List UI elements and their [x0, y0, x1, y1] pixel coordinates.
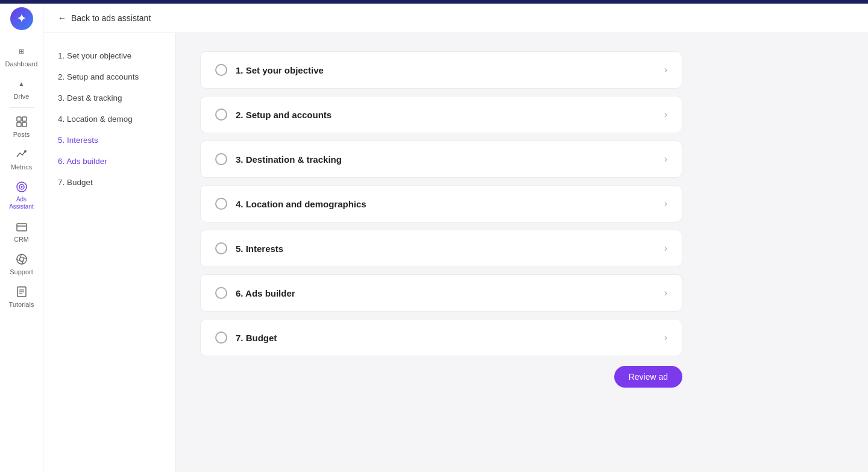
- step-circle-3: [215, 153, 227, 165]
- step-left-7: 7. Budget: [215, 332, 277, 344]
- left-panel-item-ads-builder[interactable]: 6. Ads builder: [53, 151, 166, 172]
- review-ad-button[interactable]: Review ad: [614, 366, 682, 388]
- step-item-3[interactable]: 3. Destination & tracking ›: [200, 140, 682, 178]
- step-left-6: 6. Ads builder: [215, 287, 295, 299]
- step-chevron-4: ›: [664, 198, 667, 209]
- content-area: 1. Set your objective 2. Setup and accou…: [43, 33, 868, 472]
- step-chevron-7: ›: [664, 332, 667, 343]
- svg-point-11: [19, 257, 24, 262]
- step-label-6: 6. Ads builder: [236, 288, 295, 298]
- left-panel-item-budget[interactable]: 7. Budget: [53, 172, 166, 193]
- app-logo[interactable]: ✦: [10, 7, 33, 30]
- support-icon: [15, 253, 28, 266]
- sidebar-item-tutorials[interactable]: Tutorials: [0, 280, 43, 313]
- left-panel-item-interests[interactable]: 5. Interests: [53, 130, 166, 151]
- dashboard-icon: ⊞: [15, 45, 28, 58]
- svg-rect-2: [17, 122, 21, 127]
- step-circle-2: [215, 109, 227, 121]
- step-item-2[interactable]: 2. Setup and accounts ›: [200, 96, 682, 133]
- sidebar-divider-1: [10, 107, 34, 108]
- left-panel-item-dest[interactable]: 3. Dest & tracking: [53, 87, 166, 109]
- sidebar: ✦ ⊞ Dashboard ▲ Drive Posts Metrics: [0, 4, 43, 472]
- step-left-1: 1. Set your objective: [215, 64, 324, 76]
- step-left-4: 4. Location and demographics: [215, 198, 366, 210]
- back-nav: ← Back to ads assistant: [43, 4, 868, 33]
- step-left-3: 3. Destination & tracking: [215, 153, 342, 165]
- sidebar-label-ads-assistant: AdsAssistant: [9, 196, 34, 210]
- step-circle-4: [215, 198, 227, 210]
- ads-assistant-icon: [15, 180, 28, 194]
- metrics-icon: [15, 148, 28, 161]
- step-item-5[interactable]: 5. Interests ›: [200, 230, 682, 267]
- right-panel: 1. Set your objective › 2. Setup and acc…: [176, 33, 868, 472]
- step-item-4[interactable]: 4. Location and demographics ›: [200, 185, 682, 222]
- top-bar: [0, 0, 868, 4]
- main-content: ← Back to ads assistant 1. Set your obje…: [43, 4, 868, 472]
- back-arrow-icon: ←: [58, 13, 66, 23]
- drive-icon: ▲: [15, 77, 28, 90]
- review-btn-container: Review ad: [200, 366, 682, 388]
- step-label-4: 4. Location and demographics: [236, 199, 366, 209]
- svg-point-10: [17, 254, 27, 264]
- step-left-2: 2. Setup and accounts: [215, 109, 332, 121]
- sidebar-label-drive: Drive: [14, 93, 30, 100]
- svg-rect-3: [22, 122, 27, 127]
- sidebar-label-crm: CRM: [14, 236, 29, 243]
- step-list: 1. Set your objective › 2. Setup and acc…: [200, 51, 682, 356]
- step-chevron-1: ›: [664, 65, 667, 75]
- step-circle-6: [215, 287, 227, 299]
- svg-rect-8: [17, 224, 27, 231]
- crm-icon: [15, 220, 28, 233]
- sidebar-label-posts: Posts: [13, 131, 30, 138]
- sidebar-item-dashboard[interactable]: ⊞ Dashboard: [0, 40, 43, 72]
- posts-icon: [15, 115, 28, 128]
- sidebar-item-drive[interactable]: ▲ Drive: [0, 72, 43, 105]
- step-chevron-6: ›: [664, 288, 667, 298]
- step-item-7[interactable]: 7. Budget ›: [200, 319, 682, 356]
- step-label-2: 2. Setup and accounts: [236, 110, 332, 120]
- svg-point-4: [24, 150, 27, 153]
- sidebar-label-tutorials: Tutorials: [9, 301, 34, 308]
- sidebar-item-support[interactable]: Support: [0, 248, 43, 280]
- left-panel-item-location[interactable]: 4. Location & demog: [53, 109, 166, 130]
- sidebar-item-posts[interactable]: Posts: [0, 110, 43, 143]
- sidebar-item-crm[interactable]: CRM: [0, 215, 43, 248]
- tutorials-icon: [15, 285, 28, 298]
- step-left-5: 5. Interests: [215, 242, 283, 254]
- step-label-1: 1. Set your objective: [236, 65, 324, 75]
- sidebar-item-ads-assistant[interactable]: AdsAssistant: [0, 175, 43, 215]
- step-label-5: 5. Interests: [236, 244, 283, 254]
- back-nav-link[interactable]: Back to ads assistant: [71, 13, 151, 23]
- step-circle-7: [215, 332, 227, 344]
- step-chevron-5: ›: [664, 243, 667, 254]
- left-panel: 1. Set your objective 2. Setup and accou…: [43, 33, 176, 472]
- sidebar-label-metrics: Metrics: [11, 163, 32, 171]
- step-circle-1: [215, 64, 227, 76]
- svg-rect-0: [17, 117, 21, 121]
- step-chevron-2: ›: [664, 109, 667, 120]
- left-panel-item-objective[interactable]: 1. Set your objective: [53, 45, 166, 66]
- step-item-6[interactable]: 6. Ads builder ›: [200, 274, 682, 312]
- sidebar-label-dashboard: Dashboard: [5, 60, 38, 68]
- left-panel-item-setup[interactable]: 2. Setup and accounts: [53, 66, 166, 87]
- sidebar-label-support: Support: [10, 268, 33, 275]
- step-circle-5: [215, 242, 227, 254]
- sidebar-item-metrics[interactable]: Metrics: [0, 143, 43, 175]
- step-label-7: 7. Budget: [236, 333, 277, 343]
- step-chevron-3: ›: [664, 154, 667, 165]
- svg-point-7: [20, 186, 22, 188]
- step-label-3: 3. Destination & tracking: [236, 154, 342, 165]
- svg-rect-1: [22, 117, 27, 121]
- step-item-1[interactable]: 1. Set your objective ›: [200, 51, 682, 89]
